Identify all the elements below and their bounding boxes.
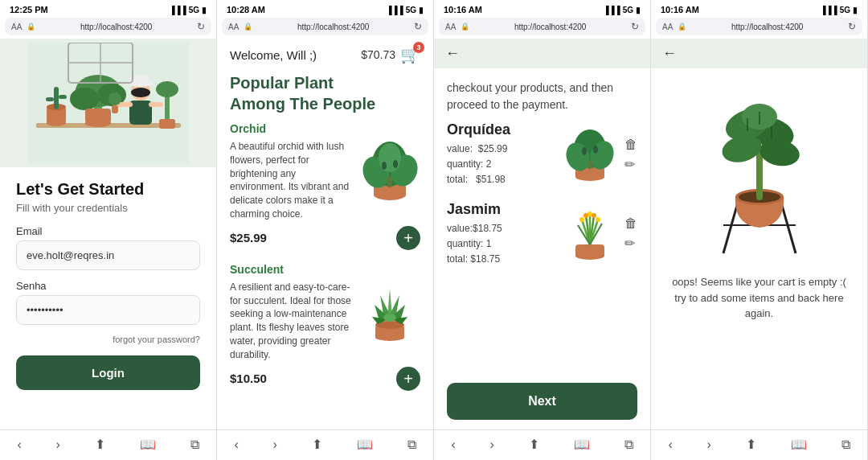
status-icons-1: ▐▐▐ 5G ▮	[169, 6, 207, 14]
status-icons-3: ▐▐▐ 5G ▮	[603, 6, 641, 14]
svg-rect-6	[59, 95, 67, 99]
email-input[interactable]	[16, 240, 200, 270]
nav-back-4[interactable]: ‹	[668, 437, 672, 452]
cart-icon-wrap[interactable]: 🛒 3	[400, 45, 420, 64]
battery-2: ▮	[419, 6, 424, 14]
product-price-orchid: $25.99	[230, 231, 267, 244]
nav-back-3[interactable]: ‹	[451, 437, 455, 452]
nav-forward-4[interactable]: ›	[707, 437, 711, 452]
svg-rect-20	[149, 102, 163, 107]
delete-orquidea-icon[interactable]: 🗑	[624, 138, 637, 152]
cart-item-actions-jasmim: 🗑 ✏	[624, 216, 637, 251]
product-desc-succulent: A resilient and easy-to-care-for succule…	[230, 281, 352, 362]
aa-label-2: AA	[228, 23, 239, 31]
phone-screen-login: 12:25 PM ▐▐▐ 5G ▮ AA 🔒 http://localhost:…	[0, 0, 217, 460]
nav-book-4[interactable]: 📖	[791, 437, 807, 452]
nav-share-4[interactable]: ⬆	[746, 437, 756, 452]
empty-cart-plant-image	[695, 84, 824, 261]
hero-illustration	[0, 39, 216, 167]
empty-back-bar: ←	[651, 39, 867, 68]
cart-item-detail-jasmim: value:$18.75 quantity: 1 total: $18.75	[447, 221, 555, 268]
status-icons-4: ▐▐▐ 5G ▮	[820, 6, 858, 14]
login-form: Let's Get Started Fill with your credent…	[0, 167, 216, 429]
lock-icon-1: 🔒	[27, 23, 35, 31]
url-3: http://localhost:4200	[474, 23, 626, 31]
browser-bar-3: AA 🔒 http://localhost:4200 ↻	[439, 18, 645, 35]
signal-bars-2: ▐▐▐	[386, 6, 403, 14]
url-1: http://localhost:4200	[40, 23, 192, 31]
signal-bars-4: ▐▐▐	[820, 6, 837, 14]
svg-point-54	[582, 147, 587, 155]
time-4: 10:16 AM	[661, 5, 699, 14]
cart-item-info-orquidea: Orquídea value: $25.99 quantity: 2 total…	[447, 121, 555, 188]
edit-jasmim-icon[interactable]: ✏	[624, 236, 637, 251]
forgot-link[interactable]: forgot your password?	[16, 335, 200, 344]
time-2: 10:28 AM	[227, 5, 265, 14]
delete-jasmim-icon[interactable]: 🗑	[624, 216, 637, 231]
time-1: 12:25 PM	[10, 5, 48, 14]
cart-item-actions-orquidea: 🗑 ✏	[624, 138, 637, 172]
battery-3: ▮	[636, 6, 641, 14]
nav-book-3[interactable]: 📖	[574, 437, 590, 452]
time-3: 10:16 AM	[444, 5, 482, 14]
nav-tabs-1[interactable]: ⧉	[190, 437, 199, 452]
cart-item-info-jasmim: Jasmim value:$18.75 quantity: 1 total: $…	[447, 201, 555, 268]
nav-forward-2[interactable]: ›	[273, 437, 277, 452]
orchid-image	[360, 140, 420, 200]
refresh-icon-1[interactable]: ↻	[197, 21, 205, 32]
svg-rect-7	[46, 97, 54, 101]
nav-share-2[interactable]: ⬆	[312, 437, 322, 452]
heading-line1: Popular Plant Among The People	[230, 72, 420, 114]
svg-point-69	[592, 213, 596, 218]
url-4: http://localhost:4200	[691, 23, 843, 31]
status-bar-1: 12:25 PM ▐▐▐ 5G ▮	[0, 0, 216, 18]
login-subtitle: Fill with your credentials	[16, 202, 200, 214]
login-content: Let's Get Started Fill with your credent…	[0, 39, 216, 429]
email-label: Email	[16, 225, 200, 237]
signal-type-2: 5G	[406, 6, 416, 14]
nav-back-1[interactable]: ‹	[17, 437, 21, 452]
refresh-icon-4[interactable]: ↻	[848, 21, 856, 32]
nav-forward-3[interactable]: ›	[490, 437, 494, 452]
empty-back-arrow[interactable]: ←	[662, 45, 677, 62]
cart-content: ← checkout your products, and then proce…	[434, 39, 650, 429]
nav-share-3[interactable]: ⬆	[529, 437, 539, 452]
product-price-row-orchid: $25.99 +	[230, 226, 420, 250]
succulent-image	[360, 281, 420, 341]
refresh-icon-2[interactable]: ↻	[414, 21, 422, 32]
next-button[interactable]: Next	[447, 383, 637, 420]
product-price-row-succulent: $10.50 +	[230, 367, 420, 391]
product-row-succulent: A resilient and easy-to-care-for succule…	[230, 281, 420, 362]
empty-cart-content: ←	[651, 39, 867, 429]
nav-share-1[interactable]: ⬆	[95, 437, 105, 452]
products-heading: Popular Plant Among The People	[217, 69, 433, 122]
nav-book-2[interactable]: 📖	[357, 437, 373, 452]
password-group: Senha	[16, 280, 200, 325]
aa-label-1: AA	[11, 23, 22, 31]
svg-point-55	[593, 146, 598, 154]
checkout-intro: checkout your products, and then proceed…	[434, 68, 650, 121]
password-input[interactable]	[16, 295, 200, 325]
add-succulent-button[interactable]: +	[396, 367, 420, 391]
nav-tabs-3[interactable]: ⧉	[624, 437, 633, 452]
status-icons-2: ▐▐▐ 5G ▮	[386, 6, 424, 14]
edit-orquidea-icon[interactable]: ✏	[624, 157, 637, 172]
nav-tabs-4[interactable]: ⧉	[841, 437, 850, 452]
svg-point-70	[596, 217, 600, 222]
cart-back-arrow[interactable]: ←	[445, 45, 460, 62]
refresh-icon-3[interactable]: ↻	[631, 21, 639, 32]
svg-point-48	[383, 314, 396, 322]
svg-rect-56	[588, 161, 592, 169]
nav-back-2[interactable]: ‹	[234, 437, 238, 452]
nav-tabs-2[interactable]: ⧉	[407, 437, 416, 452]
nav-forward-1[interactable]: ›	[56, 437, 60, 452]
aa-label-4: AA	[662, 23, 673, 31]
browser-bar-4: AA 🔒 http://localhost:4200 ↻	[656, 18, 862, 35]
svg-rect-22	[112, 105, 118, 113]
cart-item-name-jasmim: Jasmim	[447, 201, 555, 218]
add-orchid-button[interactable]: +	[396, 226, 420, 250]
welcome-text: Welcome, Will ;)	[230, 48, 317, 62]
nav-book-1[interactable]: 📖	[140, 437, 156, 452]
svg-point-36	[393, 160, 398, 168]
login-button[interactable]: Login	[16, 355, 200, 390]
